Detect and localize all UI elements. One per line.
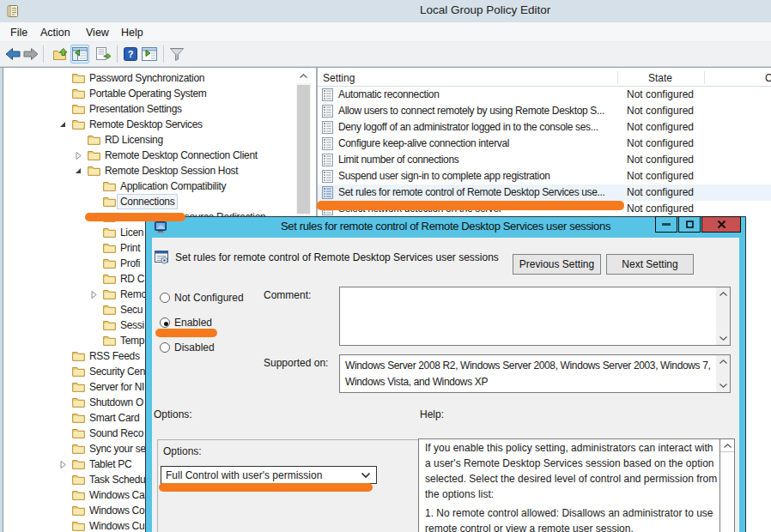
filter-button[interactable]: [167, 45, 186, 63]
column-header-comment[interactable]: C: [765, 71, 771, 85]
dialog-close-button[interactable]: [701, 216, 741, 233]
up-one-level-button[interactable]: [51, 45, 70, 63]
setting-name: Automatic reconnection: [338, 87, 439, 103]
column-separator[interactable]: [704, 71, 705, 84]
folder-icon: [88, 134, 100, 145]
tree-item-label: Print: [120, 240, 140, 256]
setting-state: Not configured: [627, 152, 694, 168]
setting-row[interactable]: Set rules for remote control of Remote D…: [318, 184, 771, 201]
tree-item-label: Windows Cu: [89, 518, 144, 532]
setting-row[interactable]: Deny logoff of an administrator logged i…: [318, 119, 771, 136]
tree-item-label: Remo: [120, 287, 147, 302]
folder-icon: [103, 335, 116, 346]
setting-row[interactable]: Limit number of connectionsNot configure…: [318, 152, 771, 168]
folder-icon: [72, 505, 85, 516]
scrollbar-up-button[interactable]: [296, 69, 311, 83]
setting-row[interactable]: Configure keep-alive connection interval…: [318, 136, 771, 152]
tree-item-label: Remote Desktop Connection Client: [105, 148, 258, 163]
scrollbar-up-button[interactable]: [716, 287, 730, 300]
tree-item-label: Shutdown O: [89, 395, 143, 410]
folder-icon: [103, 288, 116, 299]
tree-item-label: Sound Reco: [89, 426, 143, 441]
folder-icon: [103, 319, 116, 330]
tree-item-label: RSS Feeds: [89, 348, 140, 364]
options-dropdown[interactable]: Full Control with user's permission: [161, 466, 377, 484]
tree-item-label: Windows Co: [89, 503, 144, 518]
tree-item-label: RD C: [120, 271, 144, 287]
back-button[interactable]: [3, 45, 22, 63]
tree-expander-collapsed-icon[interactable]: [89, 290, 98, 299]
tree-item[interactable]: Portable Operating System: [0, 86, 296, 101]
folder-icon: [72, 72, 85, 83]
tree-item-label: Security Cen: [89, 364, 145, 379]
next-setting-button[interactable]: Next Setting: [606, 254, 694, 275]
previous-setting-button[interactable]: Previous Setting: [513, 254, 601, 275]
setting-row[interactable]: Automatic reconnectionNot configured: [318, 87, 771, 103]
chevron-up-icon: [724, 444, 732, 448]
setting-state: Not configured: [627, 119, 694, 136]
folder-icon: [88, 149, 100, 160]
scrollbar-thumb[interactable]: [297, 85, 310, 214]
maximize-icon: [686, 221, 694, 228]
column-separator[interactable]: [617, 71, 618, 84]
tree-item-label: Sync your se: [89, 441, 146, 456]
supported-scrollbar[interactable]: [716, 355, 730, 392]
properties-window-icon: [142, 47, 157, 61]
chevron-down-icon: [361, 473, 370, 478]
menu-file[interactable]: File: [10, 25, 27, 40]
help-button[interactable]: ?: [121, 45, 140, 63]
help-text-line: selected. Select the desired level of co…: [425, 473, 717, 485]
annotation-underline-options-dropdown: [159, 483, 373, 492]
tree-item[interactable]: Remote Desktop Connection Client: [0, 148, 296, 163]
scrollbar-down-button[interactable]: [716, 332, 730, 345]
tree-item[interactable]: Application Compatibility: [0, 178, 296, 194]
toolbar-separator: [163, 45, 164, 63]
menu-help[interactable]: Help: [121, 25, 143, 40]
setting-row[interactable]: Allow users to connect remotely by using…: [318, 103, 771, 119]
arrow-left-icon: [5, 47, 21, 61]
scrollbar-down-button[interactable]: [716, 379, 730, 392]
tree-expander-expanded-icon[interactable]: [58, 120, 67, 129]
forward-button[interactable]: [21, 45, 39, 63]
tree-expander-collapsed-icon[interactable]: [58, 460, 67, 469]
setting-row[interactable]: Suspend user sign-in to complete app reg…: [318, 168, 771, 184]
tree-expander-expanded-icon[interactable]: [74, 166, 82, 175]
dialog-minimize-button[interactable]: [655, 216, 677, 233]
annotation-highlight-select-network-row: [317, 201, 624, 210]
comment-scrollbar[interactable]: [716, 287, 730, 345]
column-header-setting[interactable]: Setting: [323, 71, 355, 85]
tree-item-label: Password Synchronization: [89, 70, 204, 86]
column-header-state[interactable]: State: [648, 71, 672, 85]
help-scrollbar[interactable]: [720, 439, 734, 532]
tree-item-label: Connections: [117, 194, 178, 209]
show-console-tree-button[interactable]: [70, 45, 89, 63]
tree-item[interactable]: Remote Desktop Session Host: [0, 163, 296, 178]
export-list-icon: [95, 47, 112, 62]
close-icon: [717, 220, 726, 229]
tree-item[interactable]: Password Synchronization: [0, 70, 296, 86]
tree-item[interactable]: Presentation Settings: [0, 101, 296, 117]
help-text-line: 1. No remote control allowed: Disallows …: [425, 507, 713, 519]
export-list-button[interactable]: [94, 45, 112, 63]
supported-on-box: Windows Server 2008 R2, Windows Server 2…: [339, 354, 731, 393]
window-title: Local Group Policy Editor: [420, 3, 550, 16]
tree-expander-collapsed-icon[interactable]: [74, 151, 82, 160]
setting-icon: [322, 154, 333, 166]
tree-item[interactable]: Connections: [0, 194, 296, 209]
folder-icon: [103, 273, 116, 284]
svg-text:?: ?: [128, 49, 134, 59]
menu-action[interactable]: Action: [40, 25, 70, 40]
dialog-maximize-button[interactable]: [678, 216, 701, 233]
setting-icon: [322, 121, 333, 134]
menu-view[interactable]: View: [86, 25, 109, 40]
comment-textarea[interactable]: [339, 287, 731, 346]
scrollbar-up-button[interactable]: [720, 439, 734, 452]
setting-name: Configure keep-alive connection interval: [338, 136, 509, 152]
scrollbar-up-button[interactable]: [716, 355, 730, 368]
tree-item-label: Profi: [120, 256, 140, 271]
show-properties-button[interactable]: [140, 45, 159, 63]
supported-on-text: Windows Server 2008 R2, Windows Server 2…: [345, 358, 711, 390]
help-text-box[interactable]: If you enable this policy setting, admin…: [418, 438, 735, 532]
tree-item[interactable]: RD Licensing: [0, 132, 296, 148]
tree-item[interactable]: Remote Desktop Services: [0, 117, 296, 132]
